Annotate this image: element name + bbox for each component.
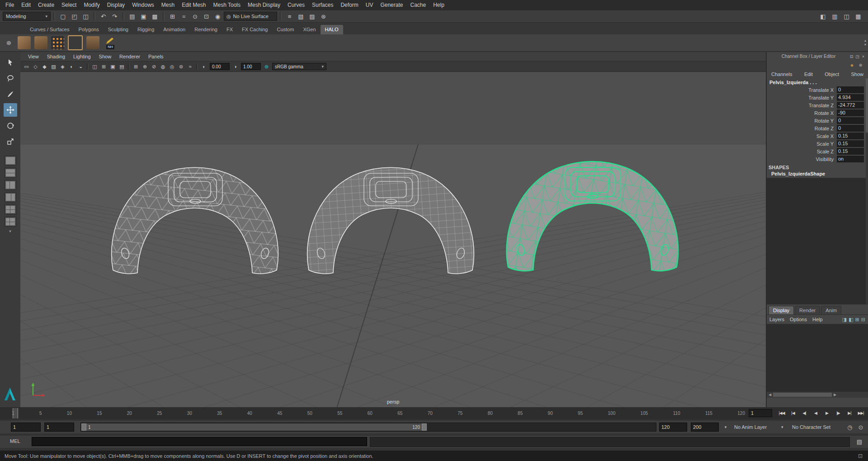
gate-mask-icon[interactable]: ▣	[108, 62, 117, 71]
snap-to-grid-icon[interactable]: ⊞	[167, 12, 178, 21]
render-settings-icon[interactable]: ⊛	[318, 12, 329, 21]
shelf-tab-custom[interactable]: Custom	[273, 25, 299, 34]
redo-icon[interactable]: ↷	[109, 12, 120, 21]
joints-icon[interactable]: ⊘	[150, 62, 158, 71]
rotate-tool[interactable]	[4, 119, 17, 133]
play-forwards-button[interactable]: ▶	[821, 409, 832, 418]
channel-value-field[interactable]: 0.15	[837, 148, 864, 155]
command-line-input[interactable]	[32, 437, 367, 446]
channel-label[interactable]: Scale Z	[817, 149, 834, 154]
range-slider-track[interactable]: 1 120	[80, 423, 656, 432]
menu-surfaces[interactable]: Surfaces	[308, 0, 337, 10]
shape-node-name[interactable]: Pelvis_IzquierdaShape	[767, 171, 868, 178]
shelf-gear-icon[interactable]: ⊛	[4, 38, 14, 48]
move-tool[interactable]	[4, 103, 17, 117]
layout-more-icon[interactable]: ▾	[9, 229, 11, 233]
shelf-scroll-down-icon[interactable]: ▾	[864, 43, 866, 47]
field-chart-icon[interactable]: ▤	[118, 62, 126, 71]
channel-label[interactable]: Translate Y	[808, 95, 834, 100]
menu-mesh-display[interactable]: Mesh Display	[244, 0, 284, 10]
lasso-select-tool[interactable]	[4, 71, 17, 85]
save-scene-icon[interactable]: ◫	[80, 12, 91, 21]
shaded-mode-icon[interactable]: ◆	[40, 62, 49, 71]
shelf-tab-fx[interactable]: FX	[222, 25, 237, 34]
layer-menu-options[interactable]: Options	[790, 317, 807, 322]
render-view-icon[interactable]: ▧	[296, 12, 306, 21]
auto-keyframe-icon[interactable]: ◷	[845, 423, 854, 432]
new-scene-icon[interactable]: ▢	[58, 12, 68, 21]
undo-icon[interactable]: ↶	[98, 12, 108, 21]
channel-label[interactable]: Translate X	[808, 87, 834, 93]
channel-value-field[interactable]: -24.772	[837, 102, 864, 109]
scroll-left-icon[interactable]: ◀	[768, 393, 772, 397]
vp-menu-show[interactable]: Show	[95, 54, 116, 59]
use-all-lights-icon[interactable]: ◈	[58, 62, 67, 71]
shelf-tab-fx-caching[interactable]: FX Caching	[237, 25, 272, 34]
scrollbar-thumb[interactable]	[773, 393, 832, 397]
range-start-handle[interactable]	[81, 423, 86, 431]
select-component-icon[interactable]: ▩	[150, 12, 160, 21]
shelf-tab-polygons[interactable]: Polygons	[74, 25, 103, 34]
menu-display[interactable]: Display	[104, 0, 128, 10]
menu-windows[interactable]: Windows	[128, 0, 158, 10]
ipr-render-icon[interactable]: ▨	[307, 12, 317, 21]
open-scene-icon[interactable]: ◰	[69, 12, 80, 21]
paint-select-tool[interactable]	[4, 87, 17, 101]
panel-close-icon[interactable]: ×	[860, 54, 866, 59]
step-back-frame-button[interactable]: |◀	[788, 409, 798, 418]
menu-mesh[interactable]: Mesh	[158, 0, 178, 10]
panel-pin-icon[interactable]: ⊡	[849, 54, 854, 59]
workspace-full-icon[interactable]: ▦	[853, 12, 863, 21]
menu-edit[interactable]: Edit	[18, 0, 34, 10]
scale-tool[interactable]	[4, 135, 17, 148]
construction-history-icon[interactable]: ≡	[284, 12, 295, 21]
shelf-tab-rendering[interactable]: Rendering	[190, 25, 222, 34]
channel-label[interactable]: Visibility	[816, 157, 834, 162]
layout-two-pane-button[interactable]	[5, 168, 16, 178]
channel-value-field[interactable]: 0	[837, 125, 864, 132]
cb-menu-edit[interactable]: Edit	[804, 71, 813, 77]
playback-speed-dropdown-icon[interactable]: ▾	[722, 423, 730, 432]
workspace-outliner-icon[interactable]: ◧	[818, 12, 828, 21]
animation-end-field[interactable]: 200	[691, 423, 719, 432]
menu-uv[interactable]: UV	[362, 0, 377, 10]
layer-tab-render[interactable]: Render	[795, 306, 820, 314]
step-forward-key-button[interactable]: |▶	[833, 409, 844, 418]
xray-icon[interactable]: ◍	[159, 62, 167, 71]
channel-value-field[interactable]: 0.15	[837, 133, 864, 139]
menu-curves[interactable]: Curves	[284, 0, 308, 10]
new-layer-from-selected-icon[interactable]: ⊟	[861, 317, 865, 323]
step-back-key-button[interactable]: ◀|	[799, 409, 810, 418]
cb-menu-show[interactable]: Show	[851, 71, 863, 77]
gamma-field[interactable]: 1.00	[241, 63, 261, 70]
menu-file[interactable]: File	[2, 0, 18, 10]
layer-menu-layers[interactable]: Layers	[769, 317, 784, 322]
layout-three-pane-button[interactable]	[5, 217, 16, 227]
shadows-icon[interactable]: ◐	[67, 62, 76, 71]
shelf-item-icon[interactable]	[18, 36, 31, 49]
camera-attrs-icon[interactable]: ▭	[22, 62, 31, 71]
menu-select[interactable]: Select	[58, 0, 80, 10]
snap-to-curve-icon[interactable]: ≈	[179, 12, 189, 21]
panel-popout-icon[interactable]: ◳	[854, 54, 860, 59]
menu-modify[interactable]: Modify	[80, 0, 103, 10]
channel-label[interactable]: Rotate Y	[814, 118, 834, 124]
select-object-icon[interactable]: ▣	[138, 12, 149, 21]
menu-set-dropdown[interactable]: Modeling ▾	[3, 12, 51, 21]
shelf-item-icon[interactable]	[86, 36, 99, 49]
menu-help[interactable]: Help	[429, 0, 448, 10]
gamma-icon[interactable]: ◑	[231, 62, 240, 71]
shelf-item-icon[interactable]	[34, 36, 47, 49]
vp-menu-view[interactable]: View	[24, 54, 43, 59]
cb-menu-object[interactable]: Object	[825, 71, 839, 77]
grid-toggle-icon[interactable]: ⊞	[132, 62, 140, 71]
current-frame-field[interactable]: 1	[749, 409, 772, 417]
menu-generate[interactable]: Generate	[377, 0, 406, 10]
menu-edit-mesh[interactable]: Edit Mesh	[178, 0, 209, 10]
colorspace-icon[interactable]: ⊚	[262, 62, 271, 71]
channel-value-field[interactable]: 4.934	[837, 94, 864, 101]
layout-side-main-button[interactable]	[5, 180, 16, 190]
command-line-mode-label[interactable]: MEL	[10, 438, 20, 444]
shelf-item-pencil-nh[interactable]: NH	[103, 37, 118, 49]
layout-single-pane-button[interactable]	[5, 156, 16, 166]
